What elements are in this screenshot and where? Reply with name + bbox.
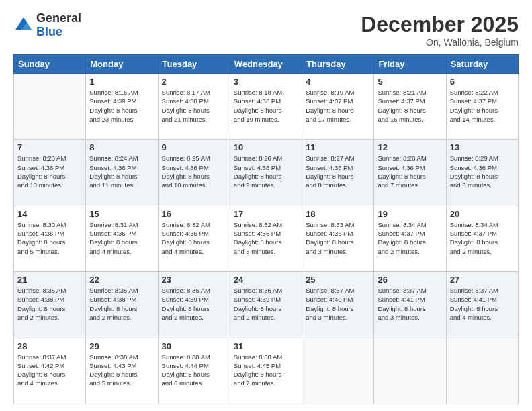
table-row [446, 338, 518, 404]
logo-general-text: General [36, 12, 81, 26]
calendar: Sunday Monday Tuesday Wednesday Thursday… [13, 54, 519, 404]
calendar-week-row: 28Sunrise: 8:37 AM Sunset: 4:42 PM Dayli… [14, 338, 519, 404]
table-row: 25Sunrise: 8:37 AM Sunset: 4:40 PM Dayli… [302, 272, 374, 338]
table-row: 2Sunrise: 8:17 AM Sunset: 4:38 PM Daylig… [158, 74, 230, 140]
table-row [302, 338, 374, 404]
day-info: Sunrise: 8:27 AM Sunset: 4:36 PM Dayligh… [306, 154, 370, 189]
table-row: 12Sunrise: 8:28 AM Sunset: 4:36 PM Dayli… [374, 140, 446, 205]
day-number: 5 [378, 77, 442, 87]
day-number: 23 [162, 275, 226, 285]
header: General Blue December 2025 On, Wallonia,… [13, 12, 519, 48]
day-info: Sunrise: 8:21 AM Sunset: 4:37 PM Dayligh… [378, 88, 442, 124]
day-number: 4 [306, 77, 370, 87]
table-row: 17Sunrise: 8:32 AM Sunset: 4:36 PM Dayli… [230, 205, 302, 271]
table-row: 5Sunrise: 8:21 AM Sunset: 4:37 PM Daylig… [374, 74, 446, 140]
table-row: 22Sunrise: 8:35 AM Sunset: 4:38 PM Dayli… [86, 272, 158, 338]
calendar-header-row: Sunday Monday Tuesday Wednesday Thursday… [14, 55, 519, 74]
day-number: 30 [162, 341, 226, 351]
col-sunday: Sunday [14, 55, 86, 74]
day-info: Sunrise: 8:32 AM Sunset: 4:36 PM Dayligh… [162, 220, 226, 256]
table-row: 10Sunrise: 8:26 AM Sunset: 4:36 PM Dayli… [230, 140, 302, 205]
day-number: 8 [89, 142, 154, 152]
day-number: 6 [450, 77, 515, 87]
table-row: 13Sunrise: 8:29 AM Sunset: 4:36 PM Dayli… [446, 140, 518, 205]
day-number: 1 [89, 77, 154, 87]
table-row: 24Sunrise: 8:36 AM Sunset: 4:39 PM Dayli… [230, 272, 302, 338]
table-row: 20Sunrise: 8:34 AM Sunset: 4:37 PM Dayli… [446, 205, 518, 271]
table-row: 19Sunrise: 8:34 AM Sunset: 4:37 PM Dayli… [374, 205, 446, 271]
day-info: Sunrise: 8:28 AM Sunset: 4:36 PM Dayligh… [378, 154, 442, 189]
day-number: 16 [162, 209, 226, 219]
day-info: Sunrise: 8:29 AM Sunset: 4:36 PM Dayligh… [450, 154, 515, 189]
table-row: 11Sunrise: 8:27 AM Sunset: 4:36 PM Dayli… [302, 140, 374, 205]
day-info: Sunrise: 8:36 AM Sunset: 4:39 PM Dayligh… [162, 286, 226, 322]
table-row: 29Sunrise: 8:38 AM Sunset: 4:43 PM Dayli… [86, 338, 158, 404]
day-info: Sunrise: 8:37 AM Sunset: 4:40 PM Dayligh… [306, 286, 370, 322]
day-info: Sunrise: 8:38 AM Sunset: 4:43 PM Dayligh… [89, 353, 154, 388]
logo-icon [13, 15, 34, 36]
calendar-week-row: 14Sunrise: 8:30 AM Sunset: 4:36 PM Dayli… [14, 205, 519, 271]
table-row: 8Sunrise: 8:24 AM Sunset: 4:36 PM Daylig… [86, 140, 158, 205]
table-row: 9Sunrise: 8:25 AM Sunset: 4:36 PM Daylig… [158, 140, 230, 205]
day-number: 10 [234, 142, 298, 152]
table-row: 27Sunrise: 8:37 AM Sunset: 4:41 PM Dayli… [446, 272, 518, 338]
day-info: Sunrise: 8:36 AM Sunset: 4:39 PM Dayligh… [234, 286, 298, 322]
table-row: 30Sunrise: 8:38 AM Sunset: 4:44 PM Dayli… [158, 338, 230, 404]
table-row [374, 338, 446, 404]
calendar-week-row: 7Sunrise: 8:23 AM Sunset: 4:36 PM Daylig… [14, 140, 519, 205]
table-row: 28Sunrise: 8:37 AM Sunset: 4:42 PM Dayli… [14, 338, 86, 404]
day-info: Sunrise: 8:17 AM Sunset: 4:38 PM Dayligh… [162, 88, 226, 124]
day-number: 19 [378, 209, 442, 219]
col-wednesday: Wednesday [230, 55, 302, 74]
day-info: Sunrise: 8:23 AM Sunset: 4:36 PM Dayligh… [17, 154, 82, 189]
table-row: 7Sunrise: 8:23 AM Sunset: 4:36 PM Daylig… [14, 140, 86, 205]
day-number: 15 [89, 209, 154, 219]
title-block: December 2025 On, Wallonia, Belgium [361, 12, 519, 48]
col-monday: Monday [86, 55, 158, 74]
day-number: 31 [234, 341, 298, 351]
day-info: Sunrise: 8:34 AM Sunset: 4:37 PM Dayligh… [450, 220, 515, 256]
day-info: Sunrise: 8:30 AM Sunset: 4:36 PM Dayligh… [17, 220, 82, 256]
day-info: Sunrise: 8:34 AM Sunset: 4:37 PM Dayligh… [378, 220, 442, 256]
day-info: Sunrise: 8:31 AM Sunset: 4:36 PM Dayligh… [89, 220, 154, 256]
table-row: 1Sunrise: 8:16 AM Sunset: 4:39 PM Daylig… [86, 74, 158, 140]
day-number: 7 [17, 142, 82, 152]
table-row: 16Sunrise: 8:32 AM Sunset: 4:36 PM Dayli… [158, 205, 230, 271]
logo-text: General Blue [36, 12, 81, 39]
table-row: 23Sunrise: 8:36 AM Sunset: 4:39 PM Dayli… [158, 272, 230, 338]
day-number: 21 [17, 275, 82, 285]
day-number: 27 [450, 275, 515, 285]
col-thursday: Thursday [302, 55, 374, 74]
day-info: Sunrise: 8:22 AM Sunset: 4:37 PM Dayligh… [450, 88, 515, 124]
table-row: 26Sunrise: 8:37 AM Sunset: 4:41 PM Dayli… [374, 272, 446, 338]
col-tuesday: Tuesday [158, 55, 230, 74]
table-row: 15Sunrise: 8:31 AM Sunset: 4:36 PM Dayli… [86, 205, 158, 271]
day-number: 29 [89, 341, 154, 351]
day-number: 17 [234, 209, 298, 219]
page: General Blue December 2025 On, Wallonia,… [0, 0, 532, 411]
day-info: Sunrise: 8:38 AM Sunset: 4:44 PM Dayligh… [162, 353, 226, 388]
day-number: 2 [162, 77, 226, 87]
table-row: 3Sunrise: 8:18 AM Sunset: 4:38 PM Daylig… [230, 74, 302, 140]
day-info: Sunrise: 8:35 AM Sunset: 4:38 PM Dayligh… [89, 286, 154, 322]
day-number: 25 [306, 275, 370, 285]
day-info: Sunrise: 8:35 AM Sunset: 4:38 PM Dayligh… [17, 286, 82, 322]
day-number: 11 [306, 142, 370, 152]
logo-blue-text: Blue [36, 26, 81, 39]
day-number: 13 [450, 142, 515, 152]
calendar-week-row: 21Sunrise: 8:35 AM Sunset: 4:38 PM Dayli… [14, 272, 519, 338]
day-number: 24 [234, 275, 298, 285]
day-number: 9 [162, 142, 226, 152]
calendar-week-row: 1Sunrise: 8:16 AM Sunset: 4:39 PM Daylig… [14, 74, 519, 140]
day-info: Sunrise: 8:25 AM Sunset: 4:36 PM Dayligh… [162, 154, 226, 189]
day-info: Sunrise: 8:26 AM Sunset: 4:36 PM Dayligh… [234, 154, 298, 189]
day-info: Sunrise: 8:37 AM Sunset: 4:41 PM Dayligh… [378, 286, 442, 322]
table-row: 31Sunrise: 8:38 AM Sunset: 4:45 PM Dayli… [230, 338, 302, 404]
day-info: Sunrise: 8:32 AM Sunset: 4:36 PM Dayligh… [234, 220, 298, 256]
location: On, Wallonia, Belgium [361, 37, 519, 48]
day-number: 28 [17, 341, 82, 351]
day-info: Sunrise: 8:16 AM Sunset: 4:39 PM Dayligh… [89, 88, 154, 124]
col-friday: Friday [374, 55, 446, 74]
table-row: 4Sunrise: 8:19 AM Sunset: 4:37 PM Daylig… [302, 74, 374, 140]
logo: General Blue [13, 12, 81, 39]
